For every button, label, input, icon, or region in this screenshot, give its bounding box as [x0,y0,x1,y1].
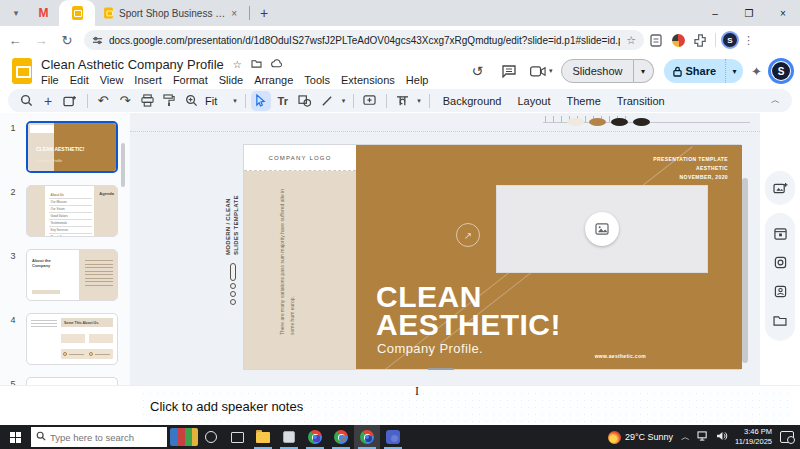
menu-extensions[interactable]: Extensions [341,74,395,86]
forward-icon[interactable]: → [30,29,52,51]
image-placeholder[interactable] [496,185,708,273]
adblock-extension-icon[interactable] [668,30,688,50]
chrome-profile2-icon[interactable] [328,425,354,449]
slide-thumbnail-3[interactable]: About the Company [26,249,118,301]
contacts-icon[interactable] [765,277,795,306]
google-slides-logo[interactable] [12,58,32,84]
redo-icon[interactable]: ↷ [115,91,135,111]
collapse-toolbar-icon[interactable]: ︿ [771,94,784,107]
notes-app-icon[interactable] [276,425,302,449]
cortana-icon[interactable] [198,425,224,449]
meet-camera-icon[interactable]: ▾ [529,59,553,83]
menu-tools[interactable]: Tools [304,74,330,86]
docs-extension-icon[interactable] [646,30,666,50]
speaker-notes-input[interactable]: Click to add speaker notes [140,390,792,422]
extensions-puzzle-icon[interactable] [690,30,710,50]
zoom-icon[interactable] [181,91,201,111]
add-slide-template-icon[interactable] [765,173,795,203]
back-icon[interactable]: ← [4,29,26,51]
canvas-scrollbar[interactable] [742,178,748,363]
folder-icon[interactable] [765,306,795,335]
menu-edit[interactable]: Edit [70,74,89,86]
slide-canvas[interactable]: PRESENTATION TEMPLATE AESTHETIC NOVEMBER… [130,113,760,385]
palette-swatch-tan[interactable] [589,118,606,126]
remote-app-icon[interactable] [380,425,406,449]
fit-dropdown-icon[interactable]: ▾ [233,97,237,105]
taskbar-clock[interactable]: 3:46 PM 11/19/2025 [735,427,772,447]
news-widget-icon[interactable] [170,428,198,446]
select-tool-icon[interactable] [251,91,271,111]
zoom-fit-label[interactable]: Fit [205,95,217,107]
star-document-icon[interactable]: ☆ [233,59,242,70]
filmstrip-slide-3[interactable]: 3 About the Company [0,249,118,301]
version-history-icon[interactable]: ↺ [465,59,489,83]
slide-title[interactable]: CLEAN AESTHETIC! [376,283,561,339]
background-button[interactable]: Background [443,95,502,107]
layout-button[interactable]: Layout [518,95,551,107]
maximize-button[interactable]: ❐ [732,0,766,26]
tray-expand-icon[interactable]: ︿ [681,431,690,444]
text-box-icon[interactable]: Tr [273,91,293,111]
slide-thumbnail-1[interactable]: CLEAN AESTHETIC! Company Profile [26,121,118,173]
pinned-tab-gmail[interactable]: M [33,3,53,23]
taskbar-search[interactable] [31,427,167,447]
undo-icon[interactable]: ↶ [93,91,113,111]
task-view-icon[interactable] [224,425,250,449]
arrow-circle-icon[interactable]: ↗ [456,223,480,247]
new-tab-button[interactable]: + [254,3,274,23]
start-button[interactable] [0,425,30,449]
weather-icon[interactable] [608,431,621,444]
slide-meta-text[interactable]: PRESENTATION TEMPLATE AESTHETIC NOVEMBER… [653,155,728,182]
palette-swatch-dark[interactable] [611,118,628,126]
menu-format[interactable]: Format [173,74,208,86]
volume-icon[interactable] [716,431,728,443]
slide-vertical-paragraph[interactable]: There are many variations pass sum major… [278,187,297,335]
transition-button[interactable]: Transition [617,95,665,107]
menu-file[interactable]: File [41,74,59,86]
menu-arrange[interactable]: Arrange [254,74,293,86]
menu-slide[interactable]: Slide [219,74,243,86]
notes-resize-handle[interactable] [428,368,454,370]
browser-menu-icon[interactable]: ⋮ [739,34,762,47]
cloud-status-icon[interactable] [271,59,283,70]
share-button[interactable]: Share [664,59,726,83]
insert-image-icon[interactable] [585,212,619,246]
slideshow-button[interactable]: Slideshow [561,59,633,83]
gemini-sparkle-icon[interactable]: ✦ [751,64,762,79]
new-slide-layout-icon[interactable] [60,91,80,111]
slide-subtitle[interactable]: Company Profile. [377,341,483,356]
theme-button[interactable]: Theme [567,95,601,107]
slide-website[interactable]: www.aesthetic.com [595,353,646,359]
chrome-active-icon[interactable] [354,425,380,449]
weather-text[interactable]: 29°C Sunny [625,432,673,442]
slide-side-label-group[interactable]: MODERN / CLEAN SLIDES TEMPLATE [218,155,248,305]
slideshow-dropdown-icon[interactable]: ▾ [634,59,654,83]
slide-thumbnail-2[interactable]: Agenda About Us Our Mission Our Vision G… [26,185,118,237]
insert-shape-icon[interactable] [295,91,315,111]
slide-brown-panel[interactable]: PRESENTATION TEMPLATE AESTHETIC NOVEMBER… [356,145,742,369]
filmstrip-slide-4[interactable]: 4 Some This About Us. [0,313,118,365]
document-title[interactable]: Clean Asthetic Company Profile [41,57,224,72]
palette-swatch-black[interactable] [633,118,650,126]
active-pinned-tab-slides[interactable] [59,0,95,26]
minimize-button[interactable]: – [698,0,732,26]
address-bar[interactable]: docs.google.com/presentation/d/1d8OduIS2… [84,30,644,50]
menu-help[interactable]: Help [406,74,429,86]
print-icon[interactable] [137,91,157,111]
menu-view[interactable]: View [100,74,124,86]
taskbar-search-input[interactable] [50,432,155,443]
line-dropdown-icon[interactable]: ▾ [342,97,346,105]
account-avatar[interactable]: S [770,60,792,82]
search-menus-icon[interactable] [16,91,36,111]
slide-left-column[interactable]: There are many variations pass sum major… [244,145,356,369]
text-format-icon[interactable] [392,91,412,111]
file-explorer-icon[interactable] [250,425,276,449]
paint-format-icon[interactable] [159,91,179,111]
slide-thumbnail-4[interactable]: Some This About Us. [26,313,118,365]
network-icon[interactable] [697,431,709,443]
palette-swatch-cream[interactable] [567,118,584,126]
reload-icon[interactable]: ↻ [56,29,78,51]
tab-search-icon[interactable]: ▾ [7,4,25,22]
menu-insert[interactable]: Insert [134,74,162,86]
insert-comment-icon[interactable] [359,91,379,111]
